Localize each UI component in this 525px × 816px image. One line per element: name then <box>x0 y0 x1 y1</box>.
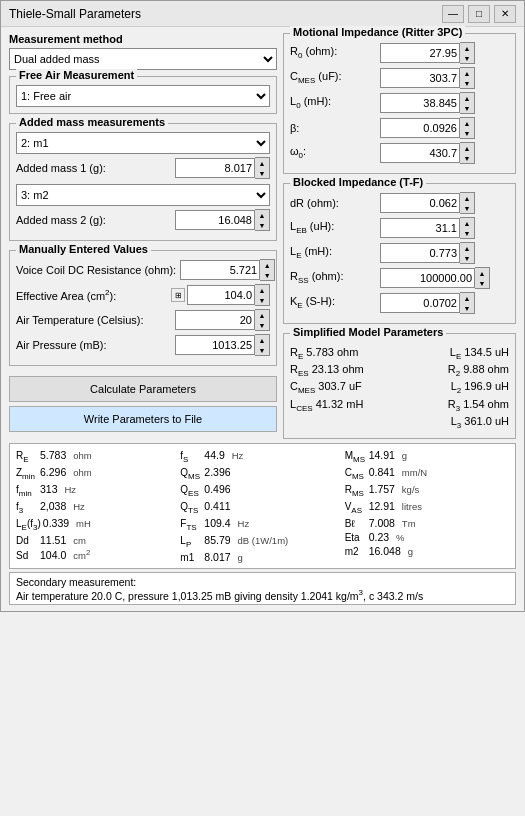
measurement-method-select[interactable]: Dual added mass <box>9 48 277 70</box>
l0-down[interactable]: ▼ <box>460 103 474 113</box>
pressure-input-wrap: ▲ ▼ <box>175 334 270 356</box>
temp-spinner[interactable]: ▲ ▼ <box>255 309 270 331</box>
temp-label: Air Temperature (Celsius): <box>16 314 175 326</box>
pressure-spinner[interactable]: ▲ ▼ <box>255 334 270 356</box>
vc-up[interactable]: ▲ <box>260 260 274 270</box>
l0-input[interactable] <box>380 93 460 113</box>
leb-spinner[interactable]: ▲ ▼ <box>460 217 475 239</box>
rss-up[interactable]: ▲ <box>475 268 489 278</box>
omega-label: ω0: <box>290 145 380 160</box>
cmes-input[interactable] <box>380 68 460 88</box>
beta-spinner[interactable]: ▲ ▼ <box>460 117 475 139</box>
leb-input[interactable] <box>380 218 460 238</box>
rss-spinner[interactable]: ▲ ▼ <box>475 267 490 289</box>
dr-input[interactable] <box>380 193 460 213</box>
calculate-button[interactable]: Calculate Parameters <box>9 376 277 402</box>
minimize-button[interactable]: — <box>442 5 464 23</box>
added-mass2-spinner[interactable]: ▲ ▼ <box>255 209 270 231</box>
ke-spinner[interactable]: ▲ ▼ <box>460 292 475 314</box>
dr-wrap: ▲ ▼ <box>380 192 475 214</box>
r0-row: R0 (ohm): ▲ ▼ <box>290 42 509 64</box>
area-spinner[interactable]: ▲ ▼ <box>255 284 270 306</box>
added-mass1-spinner[interactable]: ▲ ▼ <box>255 157 270 179</box>
beta-up[interactable]: ▲ <box>460 118 474 128</box>
le-down[interactable]: ▼ <box>460 253 474 263</box>
dr-down[interactable]: ▼ <box>460 203 474 213</box>
dr-spinner[interactable]: ▲ ▼ <box>460 192 475 214</box>
l0-spinner[interactable]: ▲ ▼ <box>460 92 475 114</box>
le-wrap: ▲ ▼ <box>380 242 475 264</box>
secondary-text: Air temperature 20.0 C, pressure 1,013.2… <box>16 588 509 602</box>
added-mass1-down[interactable]: ▼ <box>255 168 269 178</box>
ke-label: KE (S-H): <box>290 295 380 310</box>
pressure-input[interactable] <box>175 335 255 355</box>
blocked-impedance-group: Blocked Impedance (T-F) dR (ohm): ▲ ▼ <box>283 183 516 324</box>
free-air-select[interactable]: 1: Free air <box>16 85 270 107</box>
temp-input[interactable] <box>175 310 255 330</box>
omega-down[interactable]: ▼ <box>460 153 474 163</box>
omega-up[interactable]: ▲ <box>460 143 474 153</box>
res-re: RE5.783 ohm <box>16 448 180 465</box>
close-button[interactable]: ✕ <box>494 5 516 23</box>
motional-impedance-title: Motional Impedance (Ritter 3PC) <box>290 26 465 38</box>
beta-input[interactable] <box>380 118 460 138</box>
ke-wrap: ▲ ▼ <box>380 292 475 314</box>
right-column: Motional Impedance (Ritter 3PC) R0 (ohm)… <box>283 33 516 439</box>
cmes-spinner[interactable]: ▲ ▼ <box>460 67 475 89</box>
res-fts: FTS109.4 Hz <box>180 516 344 533</box>
blocked-impedance-title: Blocked Impedance (T-F) <box>290 176 426 188</box>
leb-up[interactable]: ▲ <box>460 218 474 228</box>
r0-up[interactable]: ▲ <box>460 43 474 53</box>
added-mass2-label: Added mass 2 (g): <box>16 214 175 226</box>
cmes-up[interactable]: ▲ <box>460 68 474 78</box>
area-input[interactable] <box>187 285 255 305</box>
r0-down[interactable]: ▼ <box>460 53 474 63</box>
omega-input[interactable] <box>380 143 460 163</box>
manual-values-group: Manually Entered Values Voice Coil DC Re… <box>9 250 277 366</box>
added-mass1-row: Added mass 1 (g): ▲ ▼ <box>16 157 270 179</box>
omega-spinner[interactable]: ▲ ▼ <box>460 142 475 164</box>
temp-up[interactable]: ▲ <box>255 310 269 320</box>
m2-select[interactable]: 3: m2 <box>16 184 270 206</box>
temp-down[interactable]: ▼ <box>255 320 269 330</box>
added-mass2-down[interactable]: ▼ <box>255 220 269 230</box>
leb-wrap: ▲ ▼ <box>380 217 475 239</box>
res-cms: CMS0.841 mm/N <box>345 465 509 482</box>
beta-down[interactable]: ▼ <box>460 128 474 138</box>
rss-down[interactable]: ▼ <box>475 278 489 288</box>
rss-input[interactable] <box>380 268 475 288</box>
added-mass2-input[interactable] <box>175 210 255 230</box>
dr-up[interactable]: ▲ <box>460 193 474 203</box>
le-spinner[interactable]: ▲ ▼ <box>460 242 475 264</box>
le-up[interactable]: ▲ <box>460 243 474 253</box>
vc-spinner[interactable]: ▲ ▼ <box>260 259 275 281</box>
vc-input[interactable] <box>180 260 260 280</box>
added-mass1-input[interactable] <box>175 158 255 178</box>
added-mass2-up[interactable]: ▲ <box>255 210 269 220</box>
pressure-down[interactable]: ▼ <box>255 345 269 355</box>
added-mass2-input-wrap: ▲ ▼ <box>175 209 270 231</box>
r0-input[interactable] <box>380 43 460 63</box>
added-mass1-up[interactable]: ▲ <box>255 158 269 168</box>
pressure-up[interactable]: ▲ <box>255 335 269 345</box>
leb-down[interactable]: ▼ <box>460 228 474 238</box>
ke-input[interactable] <box>380 293 460 313</box>
area-down[interactable]: ▼ <box>255 295 269 305</box>
cmes-down[interactable]: ▼ <box>460 78 474 88</box>
m1-select[interactable]: 2: m1 <box>16 132 270 154</box>
le-input[interactable] <box>380 243 460 263</box>
ke-down[interactable]: ▼ <box>460 303 474 313</box>
res-f3: f32,038 Hz <box>16 499 180 516</box>
area-up[interactable]: ▲ <box>255 285 269 295</box>
ke-up[interactable]: ▲ <box>460 293 474 303</box>
res-qts: QTS0.411 <box>180 499 344 516</box>
smp-l2-label: L2 196.9 uH <box>451 380 509 395</box>
l0-up[interactable]: ▲ <box>460 93 474 103</box>
write-button[interactable]: Write Parameters to File <box>9 406 277 432</box>
omega-row: ω0: ▲ ▼ <box>290 142 509 164</box>
maximize-button[interactable]: □ <box>468 5 490 23</box>
titlebar: Thiele-Small Parameters — □ ✕ <box>1 1 524 27</box>
smp-le-label: LE 134.5 uH <box>450 346 509 361</box>
vc-down[interactable]: ▼ <box>260 270 274 280</box>
r0-spinner[interactable]: ▲ ▼ <box>460 42 475 64</box>
